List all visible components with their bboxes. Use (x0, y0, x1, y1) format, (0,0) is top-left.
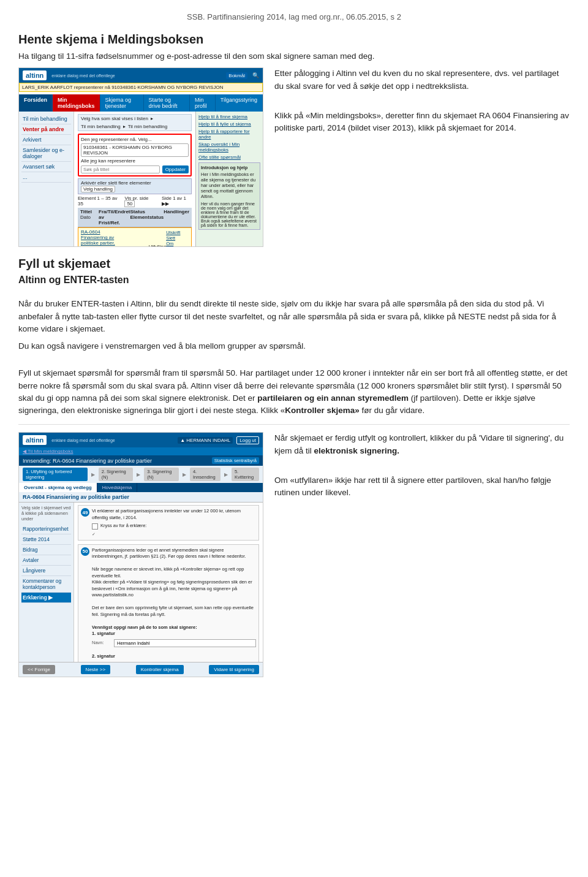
rp-link1[interactable]: Hjelp til å finne skjema (198, 114, 260, 120)
nav-meldingsboks[interactable]: Min meldingsboks (53, 94, 100, 112)
arrow-1: ▶ (91, 472, 95, 477)
sidebar-arkivert[interactable]: Arkivert (21, 135, 71, 145)
slett-link[interactable]: Slett (166, 235, 189, 241)
section2-para3: Fyll ut skjemaet spørsmål for spørsmål f… (18, 367, 570, 417)
filter-label: Velg hva som skal vises i listen (81, 116, 148, 121)
intro-extra: Her vil du noen ganger finne de noen val… (201, 202, 258, 227)
section2-para2: Du kan også navigere i venstremargen ved… (18, 340, 570, 352)
sidebar-stotte[interactable]: Støtte 2014 (21, 534, 71, 545)
page-header: SSB. Partifinansiering 2014, lag med org… (18, 12, 570, 21)
rp-link5[interactable]: Ofte stilte spørsmål (198, 154, 260, 160)
section2-subtitle: Altinn og ENTER-tasten (18, 275, 570, 286)
row1-status: Utfylling (149, 244, 166, 246)
altinn2-footer: << Forrige Neste >> Kontroller skjema Vi… (19, 662, 263, 677)
altinn1-right-panel: Hjelp til å finne skjema Hjelp til å fyl… (195, 112, 263, 246)
search-input[interactable] (81, 165, 160, 173)
row1-link[interactable]: RA-0604 Finansiering av politiske partie… (81, 229, 115, 246)
q50-inner: 50 Partiorganisasjonens leder og et anne… (81, 547, 256, 662)
bookmal-btn[interactable]: Bokmål (226, 72, 247, 79)
tab-hoved[interactable]: Hovedskjema (97, 483, 137, 492)
question-50-block: 50 Partiorganisasjonens leder og et anne… (78, 544, 259, 662)
altinn2-progress: 1. Utfylling og forbered signering ▶ 2. … (19, 466, 263, 483)
q49-checkbox-row: Kryss av for å erklære: (92, 523, 256, 530)
col-status: StatusElementstatus (130, 209, 164, 226)
progress-step-2[interactable]: 2. Signering (N) (99, 468, 134, 481)
kontroller-btn[interactable]: Kontroller skjema (136, 665, 184, 674)
signer2-input[interactable] (114, 662, 256, 662)
altinn-screenshot-2: altinn enklare dialog med det offentlege… (18, 432, 263, 677)
sidebar-more[interactable]: ... (21, 172, 71, 183)
nav-skjema[interactable]: Skjema og tjenester (100, 94, 144, 112)
forrige-btn[interactable]: << Forrige (23, 665, 55, 674)
signer1-input[interactable] (114, 639, 256, 647)
search-icon[interactable]: 🔍 (252, 72, 259, 78)
signer2-row: Navn: (92, 662, 256, 662)
nav-forsiden[interactable]: Forsiden (19, 94, 53, 112)
arrow1: ▸ (151, 116, 153, 121)
repr-org-row: 910348361 - KORSHAMN OG NYBORG REVISJON (81, 143, 189, 157)
side-text-1: Etter pålogging i Altinn vel du kven du … (274, 67, 570, 93)
col-tittel: TittelDato (80, 209, 99, 226)
om-skjema-link[interactable]: Om skjema ⓘ (166, 241, 189, 246)
row1-title: RA-0604 Finansiering av politiske partie… (81, 229, 126, 246)
progress-step-3[interactable]: 3. Signering (N) (144, 468, 179, 481)
rp-link3[interactable]: Hjelp til å rapportere for andre (198, 129, 260, 140)
sidebar-bidrag[interactable]: Bidrag (21, 545, 71, 555)
logout-btn[interactable]: Logg ut (236, 436, 259, 444)
sidebar-venter[interactable]: Venter på andre (21, 124, 71, 135)
sidebar-rapportering[interactable]: Rapporteringsenhet (21, 524, 71, 534)
rp-link4[interactable]: Skap oversikt i Min meldingsboks (198, 142, 260, 153)
search-row: Oppdater (81, 165, 189, 173)
q49-text: Vi erklærer at partiorganisasjonens innt… (92, 508, 256, 537)
progress-step-4[interactable]: 4. Innsending (190, 468, 221, 481)
repr-org-select[interactable]: 910348361 - KORSHAMN OG NYBORG REVISJON (81, 143, 189, 157)
arrow-3: ▶ (183, 472, 186, 477)
sidebar-erklaring[interactable]: Erklæring ▶ (21, 593, 71, 603)
form-heading: RA-0604 Finansiering av politiske partie… (19, 492, 263, 503)
altinn2-main: 49 Vi erklærer at partiorganisasjonens i… (74, 503, 263, 662)
sidebar-langivere[interactable]: Långivere (21, 566, 71, 576)
sidebar-samlesider[interactable]: Samlesider og e-dialoger (21, 145, 71, 162)
q50-num: 50 (81, 547, 89, 556)
repr-text: LARS_ERIK AARFLOT representerer nå 91034… (22, 85, 223, 90)
neste-btn[interactable]: Neste >> (81, 665, 110, 674)
form-title-bar: Innsending: RA-0604 Finansiering av poli… (19, 455, 263, 466)
progress-step-1[interactable]: 1. Utfylling og forbered signering (23, 468, 88, 481)
repr-select-label: Den jeg representerer nå. Velg... (81, 137, 189, 142)
q49-checkbox[interactable] (92, 523, 98, 530)
nav-starte[interactable]: Starte og drive bedrift (144, 94, 190, 112)
nav-tilgang[interactable]: Tilgangsstyring (216, 94, 263, 112)
page-header-text: SSB. Partifinansiering 2014, lag med org… (187, 12, 401, 21)
altinn2-user-area: ▲ HERMANN INDAHL Logg ut (178, 436, 259, 444)
col-date: Fra/Til/Endret avFrist/Ref. (99, 209, 130, 226)
element-count: Element 1 – 35 av 35 (78, 196, 119, 207)
altinn2-body: Velg side i skjemaet ved å klikke på sid… (19, 503, 263, 662)
section3-layout: altinn enklare dialog med det offentlege… (18, 432, 570, 677)
oppdater-btn[interactable]: Oppdater (162, 165, 189, 173)
section3-text-1: Når skjemaet er ferdig utfylt og kontrol… (274, 432, 570, 457)
sidebar-til-min[interactable]: Til min behandling (21, 114, 71, 124)
filter-row: Velg hva som skal vises i listen ▸ Til m… (78, 114, 192, 131)
intro-text: Her i Min meldingsboks er alle skjema og… (201, 172, 258, 199)
altinn2-header: altinn enklare dialog med det offentlege… (19, 433, 263, 447)
section3-text-2: Om «utfyllaren» ikkje har rett til å sig… (274, 474, 570, 499)
arkiver-bar: Arkivér eller slett flere elementer Velg… (78, 178, 192, 194)
sidebar-avansert[interactable]: Avansert søk (21, 162, 71, 172)
alle-row: Alle jeg kan representere (81, 158, 189, 164)
section3-side-text: Når skjemaet er ferdig utfylt og kontrol… (274, 432, 570, 677)
sidebar-kommentarer[interactable]: Kommentarer og kontaktperson (21, 576, 71, 593)
form-title: Innsending: RA-0604 Finansiering av poli… (23, 458, 152, 464)
tab-oversikt[interactable]: Oversikt - skjema og vedlegg (19, 483, 97, 492)
arkiver-select[interactable]: Velg handling (81, 186, 115, 192)
sidebar-avtaler[interactable]: Avtaler (21, 555, 71, 566)
table-row[interactable]: RA-0604 Finansiering av politiske partie… (78, 227, 192, 246)
sidebar-nav-label: Velg side i skjemaet ved å klikke på sid… (21, 505, 71, 522)
section2-block: Fyll ut skjemaet Altinn og ENTER-tasten … (18, 257, 570, 417)
altinn1-header: altinn enklare dialog med det offentlege… (19, 68, 263, 83)
progress-step-5[interactable]: 5. Kvittering (232, 468, 259, 481)
utskrift-link[interactable]: Utskrift (166, 230, 189, 235)
nav-profil[interactable]: Min profil (190, 94, 216, 112)
rp-link2[interactable]: Hjelp til å fylle ut skjema (198, 121, 260, 127)
vidare-btn[interactable]: Vidare til signering (209, 665, 259, 674)
breadcrumb-link[interactable]: ◀ Til Min meldingsboks (23, 449, 73, 454)
